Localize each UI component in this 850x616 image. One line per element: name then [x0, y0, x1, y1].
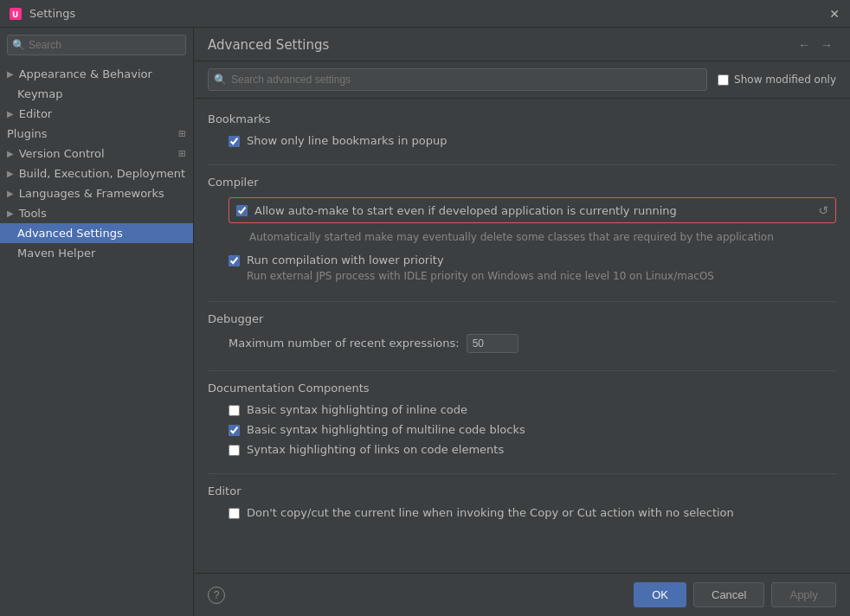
nav-forward-button[interactable]: → [817, 36, 836, 54]
debugger-title: Debugger [208, 312, 836, 325]
apply-button[interactable]: Apply [771, 582, 836, 607]
sidebar-item-label: Version Control [19, 147, 105, 160]
nav-back-button[interactable]: ← [795, 36, 814, 54]
editor-section: Editor Don't copy/cut the current line w… [208, 484, 836, 519]
bottom-right: OK Cancel Apply [634, 582, 836, 607]
panel-title: Advanced Settings [208, 37, 329, 53]
main-content: 🔍 ▶ Appearance & Behavior Keymap ▶ Edito… [0, 28, 850, 616]
documentation-section: Documentation Components Basic syntax hi… [208, 382, 836, 456]
lower-priority-desc: Run external JPS process with IDLE prior… [247, 269, 714, 284]
sidebar-item-label: Languages & Frameworks [19, 187, 164, 200]
max-expressions-input-wrap [467, 334, 518, 353]
ok-button[interactable]: OK [634, 582, 686, 607]
sidebar-item-appearance[interactable]: ▶ Appearance & Behavior [0, 64, 193, 84]
chevron-right-icon: ▶ [7, 169, 14, 178]
reset-icon[interactable]: ↺ [818, 203, 828, 217]
documentation-items: Basic syntax highlighting of inline code… [208, 403, 836, 456]
lower-priority-label: Run compilation with lower priority [247, 253, 714, 266]
sidebar-search-wrap: 🔍 [7, 35, 186, 55]
syntax-links-checkbox[interactable] [229, 445, 240, 456]
show-modified-label: Show modified only [718, 74, 836, 86]
vc-icon: ⊞ [178, 148, 186, 159]
sidebar-item-label: Plugins [7, 127, 48, 140]
right-panel: Advanced Settings ← → 🔍 Show modified on… [194, 28, 850, 616]
max-expressions-label: Maximum number of recent expressions: [229, 337, 460, 350]
help-button[interactable]: ? [208, 587, 225, 604]
setting-item-no-copy: Don't copy/cut the current line when inv… [229, 506, 836, 519]
chevron-right-icon: ▶ [7, 69, 14, 79]
no-copy-checkbox[interactable] [229, 508, 240, 519]
sidebar-item-label: Build, Execution, Deployment [19, 167, 185, 180]
divider-4 [208, 473, 836, 474]
editor-section-title: Editor [208, 484, 836, 497]
chevron-right-icon: ▶ [7, 189, 14, 198]
cancel-button[interactable]: Cancel [693, 582, 764, 607]
syntax-inline-label: Basic syntax highlighting of inline code [247, 403, 467, 416]
sidebar-item-plugins[interactable]: Plugins ⊞ [0, 124, 193, 144]
sidebar-item-languages[interactable]: ▶ Languages & Frameworks [0, 183, 193, 203]
sidebar-item-build[interactable]: ▶ Build, Execution, Deployment [0, 164, 193, 183]
titlebar: U Settings ✕ [0, 0, 850, 28]
bookmarks-line-only-label: Show only line bookmarks in popup [247, 134, 447, 147]
settings-content: Bookmarks Show only line bookmarks in po… [194, 99, 850, 573]
max-expressions-setting: Maximum number of recent expressions: [229, 334, 836, 353]
show-modified-text: Show modified only [734, 74, 836, 86]
panel-header: Advanced Settings ← → [194, 28, 850, 61]
auto-make-desc-text: Automatically started make may eventuall… [249, 231, 774, 243]
editor-items: Don't copy/cut the current line when inv… [208, 506, 836, 519]
bookmarks-line-only-checkbox[interactable] [229, 136, 240, 147]
svg-text:U: U [12, 10, 18, 19]
setting-item-syntax-links: Syntax highlighting of links on code ele… [229, 443, 836, 456]
show-modified-checkbox[interactable] [718, 74, 729, 86]
debugger-section: Debugger Maximum number of recent expres… [208, 312, 836, 353]
syntax-multiline-label: Basic syntax highlighting of multiline c… [247, 423, 525, 436]
sidebar-tree: ▶ Appearance & Behavior Keymap ▶ Editor … [0, 62, 193, 616]
panel-search-input[interactable] [208, 68, 707, 91]
sidebar-item-keymap[interactable]: Keymap [0, 84, 193, 104]
syntax-multiline-checkbox[interactable] [229, 425, 240, 436]
divider-1 [208, 164, 836, 165]
sidebar-item-label: Advanced Settings [17, 227, 123, 240]
titlebar-left: U Settings [9, 7, 75, 21]
chevron-right-icon: ▶ [7, 149, 14, 158]
sidebar-item-label: Tools [19, 207, 47, 220]
settings-window: U Settings ✕ 🔍 ▶ Appearance & Behavior [0, 0, 850, 616]
syntax-inline-checkbox[interactable] [229, 405, 240, 416]
sidebar-item-label: Keymap [17, 87, 62, 100]
sidebar: 🔍 ▶ Appearance & Behavior Keymap ▶ Edito… [0, 28, 194, 616]
sidebar-item-maven-helper[interactable]: Maven Helper [0, 243, 193, 263]
close-button[interactable]: ✕ [827, 7, 841, 21]
sidebar-item-advanced-settings[interactable]: Advanced Settings [0, 223, 193, 243]
bookmarks-section: Bookmarks Show only line bookmarks in po… [208, 112, 836, 147]
sidebar-item-editor[interactable]: ▶ Editor [0, 104, 193, 124]
setting-item-syntax-inline: Basic syntax highlighting of inline code [229, 403, 836, 416]
no-copy-label: Don't copy/cut the current line when inv… [247, 506, 734, 519]
auto-make-desc: Automatically started make may eventuall… [229, 230, 836, 245]
syntax-links-label: Syntax highlighting of links on code ele… [247, 443, 504, 456]
chevron-right-icon: ▶ [7, 109, 14, 119]
bottom-bar: ? OK Cancel Apply [194, 573, 850, 616]
compiler-title: Compiler [208, 176, 836, 189]
panel-search-wrap: 🔍 [208, 68, 707, 91]
plugins-icon: ⊞ [178, 128, 186, 139]
window-title: Settings [29, 7, 75, 20]
sidebar-item-version-control[interactable]: ▶ Version Control ⊞ [0, 144, 193, 164]
sidebar-item-tools[interactable]: ▶ Tools [0, 203, 193, 223]
lower-priority-checkbox[interactable] [229, 255, 240, 266]
debugger-items: Maximum number of recent expressions: [208, 334, 836, 353]
search-bar: 🔍 Show modified only [194, 61, 850, 99]
compiler-section: Compiler Allow auto-make to start even i… [208, 176, 836, 284]
divider-2 [208, 301, 836, 302]
panel-nav: ← → [795, 36, 836, 54]
auto-make-label: Allow auto-make to start even if develop… [254, 204, 677, 217]
bottom-left: ? [208, 587, 225, 604]
sidebar-search-input[interactable] [7, 35, 186, 55]
bookmarks-items: Show only line bookmarks in popup [208, 134, 836, 147]
max-expressions-input[interactable] [467, 334, 518, 353]
lower-priority-content: Run compilation with lower priority Run … [247, 253, 714, 284]
chevron-right-icon: ▶ [7, 209, 14, 218]
auto-make-checkbox[interactable] [236, 205, 248, 216]
sidebar-item-label: Appearance & Behavior [19, 67, 152, 80]
divider-3 [208, 370, 836, 371]
sidebar-item-label: Maven Helper [17, 247, 95, 260]
